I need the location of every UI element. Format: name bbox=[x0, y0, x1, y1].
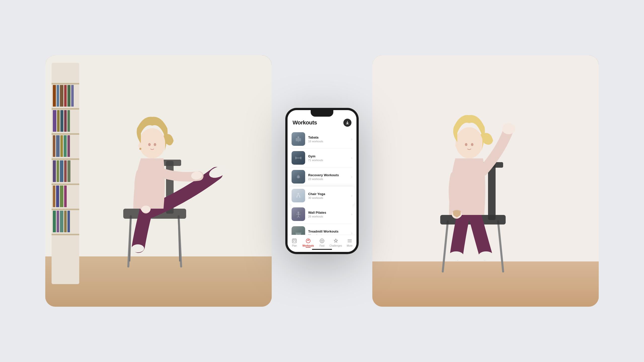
svg-point-31 bbox=[298, 137, 299, 138]
chevron-recovery: › bbox=[351, 175, 352, 179]
svg-point-53 bbox=[308, 239, 309, 240]
tab-workouts-underline bbox=[306, 247, 311, 248]
svg-point-11 bbox=[139, 128, 165, 158]
svg-point-26 bbox=[456, 127, 483, 158]
scene: Workouts bbox=[45, 30, 599, 332]
plan-icon bbox=[292, 238, 297, 244]
workout-item-wall-pilates[interactable]: Wall Pilates 26 workouts › bbox=[292, 205, 352, 224]
workout-item-chair-yoga[interactable]: Chair Yoga 30 workouts › bbox=[289, 186, 355, 205]
phone-frame: Workouts bbox=[286, 108, 358, 254]
chevron-tabata: › bbox=[351, 137, 352, 141]
workout-item-treadmill[interactable]: Treadmill Workouts 21 workouts › bbox=[292, 224, 352, 235]
chevron-treadmill: › bbox=[351, 231, 352, 235]
right-photo-bg bbox=[372, 55, 599, 307]
workout-item-tabata[interactable]: Tabata 16 workouts › bbox=[292, 130, 352, 149]
workout-count-tabata: 16 workouts bbox=[308, 140, 349, 143]
svg-rect-30 bbox=[296, 138, 301, 141]
workout-name-chair-yoga: Chair Yoga bbox=[308, 192, 349, 196]
svg-point-13 bbox=[154, 143, 156, 146]
workout-count-recovery: 23 workouts bbox=[308, 177, 349, 180]
tab-workouts[interactable]: Workouts bbox=[301, 238, 315, 247]
chevron-gym: › bbox=[351, 156, 352, 160]
workout-name-tabata: Tabata bbox=[308, 135, 349, 139]
thumb-tabata bbox=[292, 132, 305, 146]
workout-count-treadmill: 21 workouts bbox=[308, 234, 349, 235]
svg-point-15 bbox=[139, 148, 141, 150]
workout-count-wall-pilates: 26 workouts bbox=[308, 215, 349, 218]
tab-more-label: More bbox=[347, 244, 352, 247]
chevron-chair-yoga: › bbox=[351, 194, 352, 198]
tab-workouts-label: Workouts bbox=[302, 244, 314, 247]
thumb-chair-yoga bbox=[292, 189, 305, 202]
svg-point-23 bbox=[502, 123, 515, 134]
fast-icon bbox=[319, 238, 325, 244]
workout-item-recovery[interactable]: Recovery Workouts 23 workouts › bbox=[292, 167, 352, 186]
workout-info-treadmill: Treadmill Workouts 21 workouts bbox=[308, 230, 349, 235]
screen-title: Workouts bbox=[293, 119, 317, 126]
phone-notch bbox=[311, 110, 333, 117]
download-icon[interactable] bbox=[343, 119, 351, 127]
home-indicator bbox=[312, 249, 332, 250]
svg-rect-35 bbox=[300, 157, 301, 159]
tab-challenges[interactable]: Challenges bbox=[329, 238, 343, 247]
svg-rect-34 bbox=[295, 157, 296, 159]
tab-challenges-label: Challenges bbox=[330, 244, 342, 247]
workout-name-treadmill: Treadmill Workouts bbox=[308, 230, 349, 233]
left-photo-panel bbox=[45, 55, 272, 307]
svg-point-55 bbox=[321, 240, 323, 242]
workout-name-recovery: Recovery Workouts bbox=[308, 173, 349, 177]
thumb-gym bbox=[292, 151, 305, 165]
tab-plan[interactable]: Plan bbox=[288, 238, 301, 247]
workout-count-chair-yoga: 30 workouts bbox=[308, 196, 349, 199]
svg-point-27 bbox=[465, 143, 467, 146]
thumb-treadmill bbox=[292, 226, 305, 235]
phone-mockup: Workouts bbox=[286, 108, 358, 254]
workout-info-wall-pilates: Wall Pilates 26 workouts bbox=[308, 211, 349, 218]
workout-info-gym: Gym 71 workouts bbox=[308, 154, 349, 162]
tab-fast[interactable]: Fast bbox=[315, 238, 329, 247]
tab-fast-label: Fast bbox=[319, 244, 324, 247]
svg-point-29 bbox=[455, 143, 459, 148]
workout-name-wall-pilates: Wall Pilates bbox=[308, 211, 349, 214]
left-person-figure bbox=[80, 85, 252, 282]
workout-count-gym: 71 workouts bbox=[308, 159, 349, 162]
svg-point-12 bbox=[148, 143, 151, 146]
svg-rect-43 bbox=[295, 233, 302, 234]
svg-point-37 bbox=[298, 193, 299, 195]
chevron-wall-pilates: › bbox=[351, 212, 352, 216]
more-icon bbox=[347, 238, 352, 244]
workout-info-recovery: Recovery Workouts 23 workouts bbox=[308, 173, 349, 180]
svg-point-8 bbox=[132, 244, 144, 252]
workout-list: Tabata 16 workouts › bbox=[288, 130, 356, 235]
svg-point-51 bbox=[295, 241, 296, 242]
svg-point-10 bbox=[141, 206, 150, 213]
phone-screen: Workouts bbox=[288, 110, 356, 252]
workouts-icon bbox=[305, 238, 311, 244]
challenges-icon bbox=[333, 238, 339, 244]
svg-line-16 bbox=[443, 221, 448, 272]
svg-point-50 bbox=[293, 241, 294, 242]
svg-point-36 bbox=[297, 176, 300, 178]
svg-line-17 bbox=[498, 221, 503, 272]
workout-item-gym[interactable]: Gym 71 workouts › bbox=[292, 149, 352, 167]
left-photo-bg bbox=[45, 55, 272, 307]
workout-info-chair-yoga: Chair Yoga 30 workouts bbox=[308, 192, 349, 199]
svg-rect-19 bbox=[488, 163, 496, 220]
workout-name-gym: Gym bbox=[308, 154, 349, 158]
workout-info-tabata: Tabata 16 workouts bbox=[308, 135, 349, 143]
svg-point-14 bbox=[138, 143, 142, 148]
thumb-recovery bbox=[292, 170, 305, 184]
tab-more[interactable]: More bbox=[343, 238, 356, 247]
svg-point-22 bbox=[478, 251, 494, 260]
right-photo-panel bbox=[372, 55, 599, 307]
tab-plan-label: Plan bbox=[292, 244, 297, 247]
svg-point-21 bbox=[449, 251, 464, 260]
svg-rect-46 bbox=[292, 239, 297, 243]
right-person-figure bbox=[392, 80, 579, 287]
thumb-wall-pilates bbox=[292, 207, 305, 221]
svg-point-28 bbox=[471, 143, 473, 146]
